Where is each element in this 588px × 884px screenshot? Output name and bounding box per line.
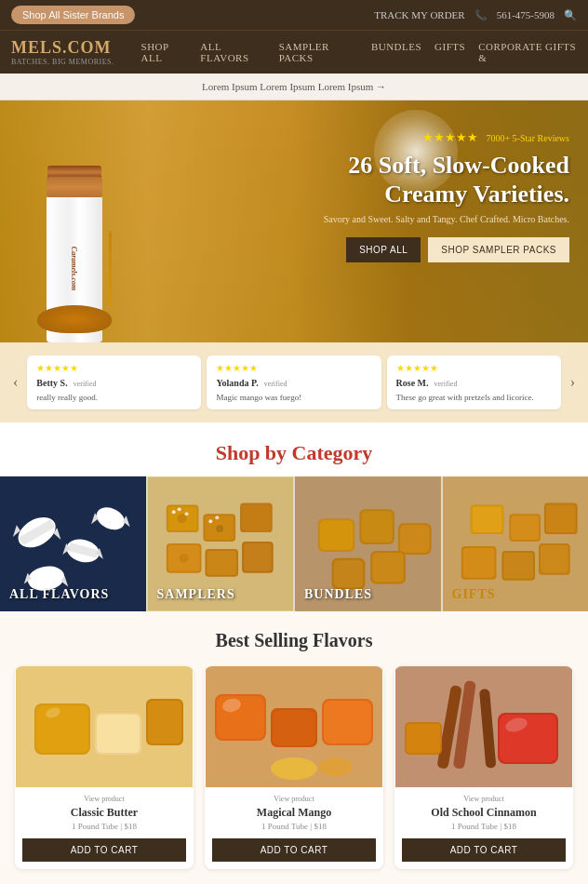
product-details-0: 1 Pound Tube | $18 (22, 822, 186, 831)
product-details-1: 1 Pound Tube | $18 (212, 822, 376, 831)
svg-rect-62 (36, 705, 88, 753)
svg-rect-64 (97, 715, 140, 753)
hero-stars: ★★★★★ (422, 130, 478, 144)
svg-rect-42 (400, 525, 430, 553)
sister-brands-button[interactable]: Shop All Sister Brands (11, 6, 135, 24)
nav-gifts[interactable]: GIFTS (434, 41, 465, 63)
svg-point-21 (216, 525, 223, 532)
category-label-1: SAMPLERS (157, 587, 235, 602)
reviews-next-button[interactable]: › (567, 370, 579, 395)
view-product-0[interactable]: View product (22, 795, 186, 803)
review-verified-2: verified (434, 380, 458, 388)
svg-point-31 (171, 510, 175, 514)
caramel-pile (37, 305, 112, 333)
product-info-1: View product Magical Mango 1 Pound Tube … (205, 787, 383, 869)
logo-sub: BATCHES. BIG MEMORIES. (11, 58, 127, 66)
product-card-2: View product Old School Cinnamon 1 Pound… (394, 666, 573, 869)
review-header-2: Rose M. verified (396, 373, 552, 390)
best-selling-title: Best Selling Flavors (15, 630, 573, 651)
review-stars-0: ★★★★★ (36, 363, 192, 373)
track-order-link[interactable]: TRACK MY ORDER (374, 9, 464, 20)
add-to-cart-2[interactable]: ADD TO CART (402, 838, 566, 862)
add-to-cart-0[interactable]: ADD TO CART (22, 838, 186, 862)
svg-point-77 (319, 757, 353, 776)
view-product-1[interactable]: View product (212, 795, 376, 803)
category-bundles[interactable]: BUNDLES (295, 476, 441, 611)
review-name-0: Betty S. (36, 378, 67, 388)
review-header-0: Betty S. verified (36, 373, 192, 390)
banner-text: Lorem Ipsum Lorem Ipsum Lorem Ipsum → (202, 81, 386, 92)
svg-rect-49 (472, 506, 501, 532)
hero-product: Caramels.com (19, 138, 130, 342)
nav-corporate[interactable]: CORPORATE GIFTS & (478, 41, 577, 63)
search-icon[interactable]: 🔍 (564, 9, 577, 21)
products-grid: View product Classic Butter 1 Pound Tube… (15, 666, 573, 869)
nav-bundles[interactable]: BUNDLES (371, 41, 421, 63)
tube-cap (47, 177, 102, 197)
svg-rect-73 (273, 710, 315, 745)
svg-point-18 (177, 514, 186, 523)
shop-all-button[interactable]: SHOP ALL (346, 237, 421, 262)
phone-number[interactable]: 561-475-5908 (497, 9, 555, 20)
logo-text: MELS.COM (11, 38, 112, 57)
svg-point-32 (177, 507, 180, 511)
svg-rect-53 (545, 504, 575, 532)
review-name-2: Rose M. (396, 378, 429, 388)
review-text-0: really really good. (36, 393, 192, 402)
category-section-title: Shop by Category (0, 422, 588, 476)
svg-rect-66 (148, 701, 181, 743)
svg-rect-30 (244, 543, 272, 571)
reviews-prev-button[interactable]: ‹ (9, 370, 21, 395)
review-verified-0: verified (74, 380, 97, 388)
svg-point-35 (215, 516, 219, 519)
review-stars-1: ★★★★★ (216, 363, 371, 373)
category-label-0: ALL FLAVORS (9, 587, 109, 602)
hero-buttons: SHOP ALL SHOP SAMPLER PACKS (290, 237, 569, 262)
view-product-2[interactable]: View product (402, 795, 566, 803)
best-selling-section: Best Selling Flavors View product (0, 611, 588, 884)
review-card-1: ★★★★★ Yolanda P. verified Magic mango wa… (207, 355, 381, 409)
review-text-1: Magic mango was fuego! (216, 393, 371, 402)
svg-rect-46 (372, 553, 404, 583)
svg-rect-83 (500, 715, 556, 762)
shop-by-category-section: Shop by Category ALL (0, 422, 588, 611)
product-name-2: Old School Cinnamon (402, 806, 566, 820)
category-all-flavors[interactable]: ALL FLAVORS (0, 476, 146, 611)
svg-rect-55 (462, 548, 494, 578)
hero-subtitle: Savory and Sweet. Salty and Tangy. Chef … (290, 214, 569, 224)
nav-sampler-packs[interactable]: SAMPLER PACKS (279, 41, 358, 63)
review-header-1: Yolanda P. verified (216, 373, 371, 390)
svg-point-33 (184, 512, 188, 516)
product-details-2: 1 Pound Tube | $18 (402, 822, 566, 831)
category-label-3: GIFTS (452, 587, 496, 602)
review-card-0: ★★★★★ Betty S. verified really really go… (27, 355, 201, 409)
category-label-2: BUNDLES (304, 587, 372, 602)
svg-rect-44 (334, 560, 364, 588)
category-grid: ALL FLAVORS (0, 476, 588, 611)
reviews-strip: ‹ ★★★★★ Betty S. verified really really … (0, 342, 588, 422)
svg-rect-40 (361, 511, 393, 542)
add-to-cart-1[interactable]: ADD TO CART (212, 838, 376, 862)
shop-sampler-button[interactable]: SHOP SAMPLER PACKS (428, 237, 569, 262)
logo[interactable]: MELS.COM BATCHES. BIG MEMORIES. (11, 38, 127, 66)
nav-all-flavors[interactable]: ALL FLAVORS (200, 41, 265, 63)
svg-rect-70 (217, 696, 264, 739)
review-name-1: Yolanda P. (216, 378, 258, 388)
hero-reviews-count: 7000+ 5-Star Reviews (486, 133, 569, 143)
svg-rect-59 (540, 545, 568, 573)
hero-content: ★★★★★ 7000+ 5-Star Reviews 26 Soft, Slow… (290, 128, 569, 262)
svg-point-76 (271, 757, 317, 780)
review-stars-2: ★★★★★ (396, 363, 552, 373)
caramel-drip (109, 231, 112, 305)
hero-reviews-row: ★★★★★ 7000+ 5-Star Reviews (290, 128, 569, 145)
product-name-1: Magical Mango (212, 806, 376, 820)
nav-shop-all[interactable]: SHOP ALL (141, 41, 188, 63)
svg-rect-75 (324, 701, 371, 743)
top-bar: Shop All Sister Brands TRACK MY ORDER 📞 … (0, 0, 588, 30)
category-gifts[interactable]: GIFTS (443, 476, 589, 611)
product-info-2: View product Old School Cinnamon 1 Pound… (394, 787, 573, 869)
product-image-2 (394, 666, 573, 787)
banner-strip[interactable]: Lorem Ipsum Lorem Ipsum Lorem Ipsum → (0, 74, 588, 100)
category-samplers[interactable]: SAMPLERS (148, 476, 294, 611)
tube-label: Caramels.com (71, 246, 79, 289)
